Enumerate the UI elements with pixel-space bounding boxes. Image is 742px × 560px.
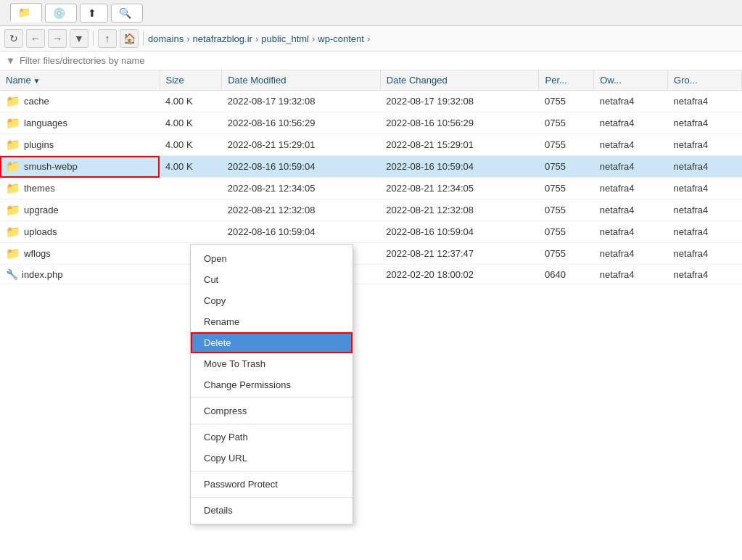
file-owner: netafra4 <box>594 221 668 243</box>
ctx-item-copy[interactable]: Copy <box>191 290 353 311</box>
file-permissions: 0755 <box>539 134 594 156</box>
back-button[interactable]: ← <box>26 29 45 48</box>
file-permissions: 0755 <box>539 112 594 134</box>
table-row[interactable]: 📁 themes 2022-08-21 12:34:05 2022-08-21 … <box>0 178 742 199</box>
file-icon: 🔧 <box>6 268 18 280</box>
file-owner: netafra4 <box>594 178 668 199</box>
folder-icon: 📁 <box>6 94 20 108</box>
breadcrumb-wp-content[interactable]: wp-content <box>318 33 364 44</box>
ctx-item-password-protect[interactable]: Password Protect <box>191 474 353 495</box>
nav-separator <box>93 31 94 46</box>
breadcrumb-sep-2: › <box>255 33 258 44</box>
filter-icon: ▼ <box>6 55 15 66</box>
file-permissions: 0755 <box>539 243 594 265</box>
table-row[interactable]: 📁 languages 4.00 K 2022-08-16 10:56:29 2… <box>0 112 742 134</box>
file-permissions: 0755 <box>539 91 594 112</box>
file-name-cell: 📁 themes <box>0 178 160 199</box>
file-table-wrap: Name Size Date Modified Date Changed Per… <box>0 70 742 284</box>
ctx-item-copy-path[interactable]: Copy Path <box>191 427 353 448</box>
file-name-cell: 📁 upgrade <box>0 199 160 221</box>
home-button[interactable]: 🏠 <box>120 29 139 48</box>
tab-find-files[interactable]: 🔍 <box>111 4 143 22</box>
col-date-changed[interactable]: Date Changed <box>380 70 539 91</box>
col-owner[interactable]: Ow... <box>594 70 668 91</box>
file-group: netafra4 <box>668 91 742 112</box>
dropdown-button[interactable]: ▼ <box>70 29 88 48</box>
file-date-changed: 2022-08-16 10:59:04 <box>380 156 539 178</box>
main-toolbar: 📁 💿 ⬆ 🔍 <box>0 0 742 26</box>
col-group[interactable]: Gro... <box>668 70 742 91</box>
file-group: netafra4 <box>668 134 742 156</box>
file-date-changed: 2022-08-16 10:59:04 <box>380 221 539 243</box>
file-date-changed: 2022-08-21 12:32:08 <box>380 199 539 221</box>
ctx-item-change-permissions[interactable]: Change Permissions <box>191 374 353 395</box>
nav-separator-2 <box>143 31 144 46</box>
table-row[interactable]: 📁 smush-webp 4.00 K 2022-08-16 10:59:04 … <box>0 156 742 178</box>
ctx-item-details[interactable]: Details <box>191 500 353 521</box>
file-size: 4.00 K <box>160 156 222 178</box>
ctx-item-rename[interactable]: Rename <box>191 311 353 332</box>
table-row[interactable]: 📁 plugins 4.00 K 2022-08-21 15:29:01 202… <box>0 134 742 156</box>
table-row[interactable]: 📁 upgrade 2022-08-21 12:32:08 2022-08-21… <box>0 199 742 221</box>
file-group: netafra4 <box>668 178 742 199</box>
folder-icon: 📁 <box>6 247 20 260</box>
table-row[interactable]: 📁 uploads 2022-08-16 10:59:04 2022-08-16… <box>0 221 742 243</box>
file-date-changed: 2022-02-20 18:00:02 <box>380 265 539 284</box>
file-permissions: 0755 <box>539 178 594 199</box>
file-size <box>160 178 222 199</box>
ctx-item-copy-url[interactable]: Copy URL <box>191 448 353 469</box>
col-name[interactable]: Name <box>0 70 160 91</box>
file-name-cell: 📁 uploads <box>0 221 160 243</box>
ctx-item-delete[interactable]: Delete <box>191 332 353 353</box>
file-name-cell: 📁 smush-webp <box>0 156 160 178</box>
breadcrumb-domain[interactable]: netafrazblog.ir <box>192 33 252 44</box>
breadcrumb-public-html[interactable]: public_html <box>261 33 309 44</box>
breadcrumb-domains[interactable]: domains <box>148 33 184 44</box>
forward-button[interactable]: → <box>48 29 67 48</box>
file-size: 4.00 K <box>160 91 222 112</box>
breadcrumb-sep-1: › <box>186 33 189 44</box>
filter-input[interactable] <box>20 55 237 66</box>
refresh-button[interactable]: ↻ <box>4 29 23 48</box>
file-date-modified: 2022-08-21 12:32:08 <box>222 199 381 221</box>
file-name: languages <box>24 118 67 128</box>
file-group: netafra4 <box>668 265 742 284</box>
file-permissions: 0755 <box>539 199 594 221</box>
file-date-modified: 2022-08-21 15:29:01 <box>222 134 381 156</box>
file-group: netafra4 <box>668 112 742 134</box>
file-size <box>160 221 222 243</box>
file-name: smush-webp <box>24 161 78 172</box>
ctx-sep-after-copy-url <box>191 471 353 472</box>
disk-usage-icon: 💿 <box>53 7 65 19</box>
breadcrumb-sep-3: › <box>312 33 315 44</box>
file-name: wflogs <box>24 248 51 259</box>
tab-disk-usage[interactable]: 💿 <box>45 4 77 22</box>
folder-icon: 📁 <box>6 181 20 195</box>
file-rows: 📁 cache 4.00 K 2022-08-17 19:32:08 2022-… <box>0 91 742 284</box>
table-row[interactable]: 📁 wflogs 2022-08-21 12:37:47 2022-08-21 … <box>0 243 742 265</box>
file-date-changed: 2022-08-21 15:29:01 <box>380 134 539 156</box>
file-date-modified: 2022-08-16 10:59:04 <box>222 156 381 178</box>
ctx-item-open[interactable]: Open <box>191 248 353 269</box>
col-permissions[interactable]: Per... <box>539 70 594 91</box>
upload-icon: ⬆ <box>88 7 96 19</box>
file-name-cell: 📁 wflogs <box>0 243 160 265</box>
ctx-item-compress[interactable]: Compress <box>191 400 353 421</box>
file-size <box>160 199 222 221</box>
col-size[interactable]: Size <box>160 70 222 91</box>
table-row[interactable]: 🔧 index.php 2022-02-20 18:00:02 2022-02-… <box>0 265 742 284</box>
file-explorer-icon: 📁 <box>18 7 30 18</box>
ctx-item-cut[interactable]: Cut <box>191 269 353 290</box>
folder-icon: 📁 <box>6 138 20 152</box>
file-group: netafra4 <box>668 156 742 178</box>
file-owner: netafra4 <box>594 265 668 284</box>
ctx-sep-after-compress <box>191 424 353 424</box>
col-date-modified[interactable]: Date Modified <box>222 70 381 91</box>
tab-upload-files[interactable]: ⬆ <box>80 4 108 22</box>
up-button[interactable]: ↑ <box>98 29 117 48</box>
table-row[interactable]: 📁 cache 4.00 K 2022-08-17 19:32:08 2022-… <box>0 91 742 112</box>
file-name-cell: 📁 plugins <box>0 134 160 156</box>
navigation-bar: ↻ ← → ▼ ↑ 🏠 domains › netafrazblog.ir › … <box>0 26 742 52</box>
ctx-item-move-to-trash[interactable]: Move To Trash <box>191 353 353 374</box>
tab-file-explorer[interactable]: 📁 <box>10 3 42 22</box>
